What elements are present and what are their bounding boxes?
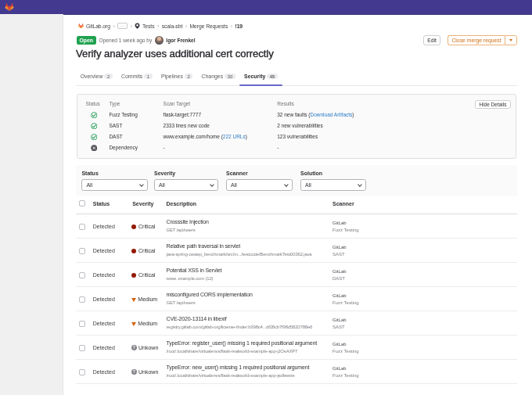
severity-unknown-icon	[131, 345, 137, 350]
row-severity: Critical	[131, 214, 155, 239]
breadcrumb-ellipsis[interactable]: ···	[117, 23, 128, 30]
row-checkbox[interactable]	[79, 272, 85, 278]
chevron-down-icon	[139, 182, 143, 186]
row-description[interactable]: Crosssite InjectionGET /api/users	[167, 219, 209, 232]
vulnerability-row[interactable]: DetectedUnkownTypeError: new_user() miss…	[76, 360, 517, 384]
target-text: www.example.com/home (	[164, 134, 223, 139]
chevron-down-icon	[284, 182, 288, 186]
filter-bar: Status All Severity All Scanner All Solu…	[76, 165, 517, 196]
tab-pipelines[interactable]: Pipelines 2	[156, 73, 197, 86]
row-description[interactable]: Relative path traversal in servletjava-s…	[167, 243, 312, 257]
vulnerability-title[interactable]: CVE-2020-13114 in libexif	[167, 316, 313, 322]
row-checkbox[interactable]	[79, 321, 85, 327]
summary-row-target: www.example.com/home (222 URLs)	[164, 134, 247, 139]
chevron-down-icon	[358, 182, 361, 186]
severity-label: Critical	[138, 272, 155, 278]
breadcrumb-current: !19	[235, 23, 243, 29]
tab-label: Changes	[202, 74, 224, 79]
breadcrumb-separator: ›	[185, 23, 187, 29]
row-description[interactable]: TypeError: register_user() missing 1 req…	[167, 340, 318, 354]
col-severity: Severity	[132, 201, 153, 206]
tab-count-badge: 45	[267, 74, 278, 79]
scanner-type: Fuzz Testing	[332, 349, 359, 354]
tab-label: Pipelines	[161, 74, 183, 79]
close-merge-request-button[interactable]: Close merge request	[448, 35, 505, 45]
vulnerability-title[interactable]: misconfigured CORS implementation	[167, 292, 253, 298]
vulnerability-title[interactable]: TypeError: new_user() missing 1 required…	[167, 364, 310, 371]
breadcrumb-project[interactable]: scala-sbt	[162, 23, 182, 29]
row-description[interactable]: Potential XSS in Servletwww. example.com…	[167, 268, 222, 281]
row-description[interactable]: TypeError: new_user() missing 1 required…	[167, 364, 310, 378]
vulnerability-location: registry.gitlab.com/gitlab-org/license-f…	[167, 325, 313, 330]
scanner-vendor: GitLab	[332, 221, 359, 226]
breadcrumb-group[interactable]: Tests	[142, 23, 154, 29]
download-artifacts-link[interactable]: Download Artifacts	[310, 112, 352, 117]
tab-commits[interactable]: Commits 1	[117, 73, 156, 86]
vulnerability-row[interactable]: DetectedCriticalPotential XSS in Servlet…	[76, 263, 517, 287]
scanner-type: Fuzz Testing	[332, 228, 359, 233]
gitlab-logo-icon[interactable]	[5, 3, 14, 12]
mr-tabs: Overview 2 Commits 1 Pipelines 2 Changes…	[76, 73, 517, 87]
author-name[interactable]: Igor Frenkel	[166, 38, 195, 43]
row-checkbox[interactable]	[79, 296, 85, 303]
status-success-icon	[91, 123, 98, 130]
breadcrumb-root[interactable]: GitLab.org	[86, 23, 110, 29]
vulnerability-title[interactable]: Relative path traversal in servlet	[167, 243, 312, 250]
row-checkbox[interactable]	[79, 369, 85, 375]
row-scanner: GitLabDAST	[332, 269, 347, 282]
hide-details-button[interactable]: Hide Details	[475, 100, 510, 109]
filter-label-scanner: Scanner	[226, 171, 248, 176]
tab-count-badge: 1	[144, 74, 152, 79]
summary-row-type: DAST	[109, 134, 122, 139]
status-failed-icon	[91, 145, 98, 152]
summary-row-type: Dependency	[109, 145, 138, 150]
vulnerability-row[interactable]: DetectedMediumCVE-2020-13114 in libexifr…	[76, 311, 517, 336]
severity-label: Critical	[138, 248, 155, 253]
filter-status-select[interactable]: All	[81, 179, 148, 192]
summary-row-target: -	[164, 145, 165, 150]
row-description[interactable]: CVE-2020-13114 in libexifregistry.gitlab…	[167, 316, 313, 329]
author-avatar[interactable]	[155, 36, 164, 45]
row-status: Detected	[93, 360, 115, 384]
row-checkbox[interactable]	[79, 248, 85, 254]
summary-col-type: Type	[109, 101, 120, 106]
tab-security[interactable]: Security 45	[239, 73, 282, 86]
status-success-icon	[91, 112, 98, 119]
vulnerability-row[interactable]: DetectedUnkownTypeError: register_user()…	[76, 336, 517, 360]
summary-row-results: 2 new vulnerabilities	[277, 123, 323, 128]
tab-changes[interactable]: Changes 30	[197, 73, 240, 86]
filter-severity-select[interactable]: All	[154, 179, 218, 192]
scanner-vendor: GitLab	[332, 342, 359, 347]
vulnerability-title[interactable]: TypeError: register_user() missing 1 req…	[167, 340, 318, 347]
vulnerability-table-header: Status Severity Description Scanner	[76, 196, 517, 214]
vulnerability-row[interactable]: DetectedCriticalRelative path traversal …	[76, 239, 517, 263]
tab-overview[interactable]: Overview 2	[76, 73, 117, 86]
filter-scanner-select[interactable]: All	[226, 179, 293, 192]
vulnerability-title[interactable]: Crosssite Injection	[167, 219, 209, 225]
row-checkbox[interactable]	[79, 345, 85, 351]
urls-link[interactable]: 222 URLs	[223, 134, 246, 139]
edit-button[interactable]: Edit	[423, 35, 440, 45]
row-description[interactable]: misconfigured CORS implementationGET /ap…	[167, 292, 253, 305]
chevron-down-icon	[210, 182, 214, 186]
close-merge-request-dropdown[interactable]	[505, 35, 517, 45]
row-status: Detected	[93, 287, 115, 311]
vulnerability-title[interactable]: Potential XSS in Servlet	[167, 268, 222, 274]
breadcrumb-separator: ›	[231, 23, 232, 29]
severity-critical-icon	[131, 249, 136, 253]
select-all-checkbox[interactable]	[79, 200, 85, 206]
vulnerability-row[interactable]: DetectedCriticalCrosssite InjectionGET /…	[76, 214, 517, 239]
filter-solution-select[interactable]: All	[300, 179, 366, 192]
top-navbar	[0, 0, 532, 15]
row-severity: Medium	[131, 287, 157, 311]
tab-count-badge: 2	[104, 74, 112, 79]
row-checkbox[interactable]	[79, 224, 85, 230]
scanner-type: DAST	[332, 276, 347, 282]
vulnerability-row[interactable]: DetectedMediummisconfigured CORS impleme…	[76, 287, 517, 311]
vulnerability-location: GET /api/users	[167, 300, 253, 306]
filter-value: All	[86, 182, 92, 188]
mr-state-badge: Open	[77, 36, 96, 45]
tab-label: Overview	[81, 74, 103, 79]
severity-medium-icon	[131, 298, 136, 302]
breadcrumb-section[interactable]: Merge Requests	[189, 23, 228, 29]
